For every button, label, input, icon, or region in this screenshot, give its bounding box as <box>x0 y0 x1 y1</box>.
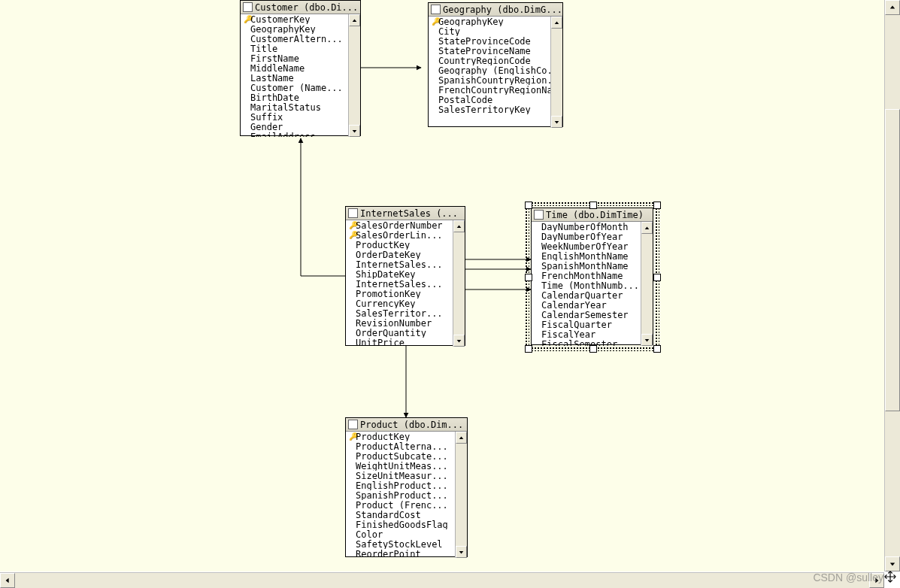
column-row[interactable]: 🔑SalesTerritor... <box>346 308 453 318</box>
scroll-up-icon[interactable] <box>641 222 653 234</box>
column-row[interactable]: 🔑OrderQuantity <box>346 328 453 338</box>
column-row[interactable]: 🔑Title <box>241 44 348 53</box>
column-row[interactable]: 🔑SizeUnitMeasur... <box>346 471 455 480</box>
column-row[interactable]: 🔑CustomerKey <box>241 14 348 24</box>
column-row[interactable]: 🔑GeographyKey <box>429 17 550 26</box>
scroll-down-icon[interactable] <box>551 116 562 128</box>
column-row[interactable]: 🔑Gender <box>241 122 348 132</box>
resize-handle[interactable] <box>653 274 661 281</box>
column-row[interactable]: 🔑InternetSales... <box>346 279 453 289</box>
table-scrollbar[interactable] <box>453 220 465 347</box>
column-row[interactable]: 🔑ProductKey <box>346 432 455 441</box>
resize-handle[interactable] <box>589 345 597 353</box>
column-row[interactable]: 🔑EmailAddress <box>241 132 348 137</box>
column-row[interactable]: 🔑ReorderPoint <box>346 549 455 558</box>
column-row[interactable]: 🔑CalendarYear <box>532 300 641 310</box>
column-row[interactable]: 🔑SafetyStockLevel <box>346 539 455 549</box>
scroll-up-icon[interactable] <box>349 14 360 26</box>
scroll-down-icon[interactable] <box>453 335 465 347</box>
scroll-up-icon[interactable] <box>453 220 465 232</box>
scroll-down-icon[interactable] <box>456 546 467 558</box>
vertical-scrollbar[interactable] <box>884 0 900 571</box>
scroll-down-icon[interactable] <box>349 125 360 137</box>
column-row[interactable]: 🔑SpanishMonthName <box>532 261 641 271</box>
column-row[interactable]: 🔑StateProvinceName <box>429 46 550 56</box>
column-row[interactable]: 🔑FrenchMonthName <box>532 271 641 280</box>
column-row[interactable]: 🔑PromotionKey <box>346 289 453 299</box>
column-row[interactable]: 🔑ProductAlterna... <box>346 441 455 451</box>
column-row[interactable]: 🔑MaritalStatus <box>241 102 348 112</box>
column-row[interactable]: 🔑GeographyKey <box>241 24 348 34</box>
column-row[interactable]: 🔑Geography (EnglishCo... <box>429 65 550 75</box>
scroll-up-icon[interactable] <box>551 17 562 29</box>
table-title[interactable]: Geography (dbo.DimG... <box>429 3 562 17</box>
column-row[interactable]: 🔑SpanishProduct... <box>346 490 455 500</box>
diagram-canvas[interactable]: Customer (dbo.Di...🔑CustomerKey🔑Geograph… <box>0 0 884 571</box>
table-title[interactable]: Product (dbo.Dim... <box>346 418 467 432</box>
column-row[interactable]: 🔑StateProvinceCode <box>429 36 550 46</box>
scroll-right-button[interactable] <box>869 573 884 588</box>
resize-handle[interactable] <box>525 345 532 353</box>
horizontal-scrollbar[interactable] <box>0 572 884 588</box>
column-row[interactable]: 🔑ShipDateKey <box>346 269 453 279</box>
column-row[interactable]: 🔑LastName <box>241 73 348 83</box>
table-time[interactable]: Time (dbo.DimTime)🔑DayNumberOfMonth🔑DayN… <box>531 208 653 345</box>
column-row[interactable]: 🔑DayNumberOfYear <box>532 232 641 241</box>
column-row[interactable]: 🔑Color <box>346 529 455 539</box>
table-title[interactable]: Time (dbo.DimTime) <box>532 208 653 222</box>
column-row[interactable]: 🔑FiscalYear <box>532 329 641 339</box>
table-product[interactable]: Product (dbo.Dim...🔑ProductKey🔑ProductAl… <box>345 417 468 557</box>
column-row[interactable]: 🔑DayNumberOfMonth <box>532 222 641 232</box>
column-row[interactable]: 🔑UnitPrice <box>346 338 453 347</box>
table-customer[interactable]: Customer (dbo.Di...🔑CustomerKey🔑Geograph… <box>240 0 361 136</box>
column-row[interactable]: 🔑CurrencyKey <box>346 299 453 308</box>
scroll-up-icon[interactable] <box>456 432 467 444</box>
table-internetsales[interactable]: InternetSales (...🔑SalesOrderNumber🔑Sale… <box>345 206 465 346</box>
column-row[interactable]: 🔑SpanishCountryRegion... <box>429 75 550 85</box>
column-row[interactable]: 🔑BirthDate <box>241 92 348 102</box>
column-row[interactable]: 🔑Suffix <box>241 112 348 122</box>
column-row[interactable]: 🔑FirstName <box>241 53 348 63</box>
table-scrollbar[interactable] <box>641 222 653 346</box>
scroll-up-button[interactable] <box>885 0 900 15</box>
column-row[interactable]: 🔑SalesOrderLin... <box>346 230 453 240</box>
column-row[interactable]: 🔑FiscalSemester <box>532 339 641 346</box>
column-row[interactable]: 🔑MiddleName <box>241 63 348 73</box>
resize-handle[interactable] <box>653 345 661 353</box>
column-row[interactable]: 🔑FiscalQuarter <box>532 320 641 329</box>
resize-handle[interactable] <box>653 202 661 209</box>
table-title[interactable]: Customer (dbo.Di... <box>241 1 360 14</box>
column-row[interactable]: 🔑SalesOrderNumber <box>346 220 453 230</box>
scroll-down-icon[interactable] <box>641 334 653 346</box>
column-row[interactable]: 🔑Customer (Name... <box>241 83 348 92</box>
column-row[interactable]: 🔑Product (Frenc... <box>346 500 455 510</box>
column-row[interactable]: 🔑FinishedGoodsFlag <box>346 520 455 529</box>
column-row[interactable]: 🔑CalendarSemester <box>532 310 641 320</box>
scroll-down-button[interactable] <box>885 556 900 571</box>
table-title[interactable]: InternetSales (... <box>346 207 465 220</box>
table-scrollbar[interactable] <box>455 432 467 558</box>
column-row[interactable]: 🔑OrderDateKey <box>346 250 453 259</box>
table-scrollbar[interactable] <box>550 17 562 128</box>
column-row[interactable]: 🔑Time (MonthNumb... <box>532 280 641 290</box>
column-row[interactable]: 🔑InternetSales... <box>346 259 453 269</box>
column-row[interactable]: 🔑StandardCost <box>346 510 455 520</box>
column-row[interactable]: 🔑EnglishProduct... <box>346 480 455 490</box>
column-row[interactable]: 🔑FrenchCountryRegionName <box>429 85 550 95</box>
column-row[interactable]: 🔑WeightUnitMeas... <box>346 461 455 471</box>
column-row[interactable]: 🔑RevisionNumber <box>346 318 453 328</box>
column-row[interactable]: 🔑City <box>429 26 550 36</box>
column-row[interactable]: 🔑SalesTerritoryKey <box>429 105 550 114</box>
column-row[interactable]: 🔑EnglishMonthName <box>532 251 641 261</box>
table-geography[interactable]: Geography (dbo.DimG...🔑GeographyKey🔑City… <box>428 2 563 127</box>
scroll-left-button[interactable] <box>0 573 15 588</box>
table-scrollbar[interactable] <box>348 14 360 137</box>
column-row[interactable]: 🔑WeekNumberOfYear <box>532 241 641 251</box>
column-row[interactable]: 🔑CalendarQuarter <box>532 290 641 300</box>
scroll-thumb[interactable] <box>885 109 900 411</box>
column-row[interactable]: 🔑ProductSubcate... <box>346 451 455 461</box>
column-row[interactable]: 🔑ProductKey <box>346 240 453 250</box>
column-row[interactable]: 🔑CustomerAltern... <box>241 34 348 44</box>
column-row[interactable]: 🔑PostalCode <box>429 95 550 105</box>
column-row[interactable]: 🔑CountryRegionCode <box>429 56 550 65</box>
